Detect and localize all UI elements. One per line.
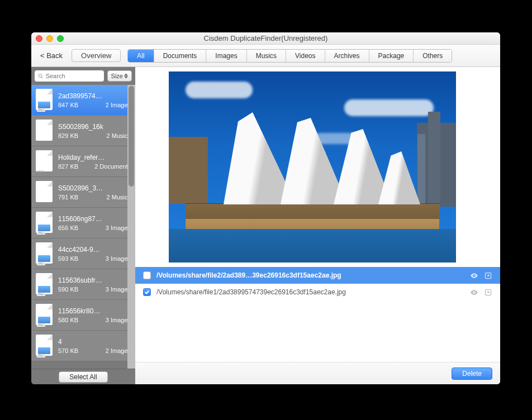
list-item-text: 44cc4204-9…593 KB3 Images xyxy=(58,246,131,262)
search-field-wrap xyxy=(35,70,104,82)
file-count: 2 Documents xyxy=(94,163,131,170)
file-size: 791 KB xyxy=(58,194,78,201)
list-item[interactable]: JPEG115606ng87…656 KB3 Images xyxy=(31,208,135,238)
list-item[interactable]: S5002896_16k829 KB2 Musics xyxy=(31,116,135,146)
select-all-button[interactable]: Select All xyxy=(59,371,107,383)
reveal-in-finder-icon[interactable] xyxy=(484,288,492,297)
duplicates-list: JPEG2ad3899574…847 KB2 ImagesS5002896_16… xyxy=(31,85,135,369)
delete-button[interactable]: Delete xyxy=(452,367,492,380)
file-type-icon: JPEG xyxy=(36,304,54,326)
file-size: 847 KB xyxy=(58,102,78,108)
select-all-bar: Select All xyxy=(31,369,135,384)
list-item-text: 4570 KB2 Images xyxy=(58,338,131,354)
file-size: 570 KB xyxy=(58,347,78,354)
list-item[interactable]: JPEG115656kr80…580 KB3 Images xyxy=(31,300,135,331)
path-list: /Volumes/share/file2/2ad389…39ec26916c3d… xyxy=(135,267,500,300)
eye-icon[interactable] xyxy=(470,288,478,297)
traffic-lights xyxy=(36,35,64,42)
row-actions xyxy=(470,271,492,280)
file-name: S5002896_16k xyxy=(58,123,131,131)
overview-button[interactable]: Overview xyxy=(72,49,121,62)
scrollbar-thumb[interactable] xyxy=(129,86,134,187)
file-size: 829 KB xyxy=(58,132,78,139)
file-name: 115606ng87… xyxy=(58,215,131,223)
tab-musics[interactable]: Musics xyxy=(247,50,286,62)
path-row[interactable]: /Volumes/share/file2/2ad389…39ec26916c3d… xyxy=(135,267,500,284)
file-type-icon: PDF xyxy=(36,150,54,173)
tab-others[interactable]: Others xyxy=(414,50,452,62)
path-text: /Volumes/share/file1/2ad3899574739ec2691… xyxy=(156,288,464,296)
tab-images[interactable]: Images xyxy=(206,50,246,62)
file-type-icon xyxy=(36,120,54,142)
reveal-in-finder-icon[interactable] xyxy=(484,271,492,280)
file-type-icon: JPEG xyxy=(36,212,54,234)
list-item-text: 115656kr80…580 KB3 Images xyxy=(58,307,131,323)
list-item-text: 2ad3899574…847 KB2 Images xyxy=(58,92,131,108)
file-size: 580 KB xyxy=(58,317,78,323)
file-name: 115656kr80… xyxy=(58,307,131,315)
content-area: Size JPEG2ad3899574…847 KB2 ImagesS50028… xyxy=(31,67,500,384)
list-item[interactable]: JPEG2ad3899574…847 KB2 Images xyxy=(31,85,135,116)
list-item[interactable]: JPEG44cc4204-9…593 KB3 Images xyxy=(31,238,135,269)
sort-button[interactable]: Size xyxy=(107,70,132,82)
list-item[interactable]: JPEG4570 KB2 Images xyxy=(31,331,135,361)
file-type-icon: JPEG xyxy=(36,242,54,265)
zoom-window-button[interactable] xyxy=(57,35,64,42)
file-type-icon: JPEG xyxy=(36,89,54,111)
file-name: 115636subfr… xyxy=(58,276,131,284)
file-name: 44cc4204-9… xyxy=(58,246,131,254)
close-window-button[interactable] xyxy=(36,35,42,42)
list-item-text: 115606ng87…656 KB3 Images xyxy=(58,215,131,231)
file-name: S5002896_3… xyxy=(58,184,131,192)
minimize-window-button[interactable] xyxy=(46,35,53,42)
list-item-text: Holiday_refer…827 KB2 Documents xyxy=(58,154,131,170)
sort-stepper xyxy=(124,73,128,79)
file-type-icon: JPEG xyxy=(36,335,54,357)
main-panel: /Volumes/share/file2/2ad389…39ec26916c3d… xyxy=(135,67,500,384)
path-checkbox[interactable] xyxy=(143,271,151,279)
toolbar: < Back Overview AllDocumentsImagesMusics… xyxy=(31,45,500,67)
scrollbar-track[interactable] xyxy=(127,85,135,369)
tab-archives[interactable]: Archives xyxy=(325,50,369,62)
file-type-icon xyxy=(36,181,54,203)
sidebar-controls: Size xyxy=(31,67,135,85)
back-button[interactable]: < Back xyxy=(38,51,65,60)
path-text: /Volumes/share/file2/2ad389…39ec26916c3d… xyxy=(156,271,464,279)
file-size: 593 KB xyxy=(58,255,78,262)
search-input[interactable] xyxy=(46,73,101,79)
tab-videos[interactable]: Videos xyxy=(286,50,325,62)
file-name: 2ad3899574… xyxy=(58,92,131,100)
list-item[interactable]: S5002896_3…791 KB2 Musics xyxy=(31,177,135,208)
category-tabs: AllDocumentsImagesMusicsVideosArchivesPa… xyxy=(127,49,452,63)
tab-documents[interactable]: Documents xyxy=(154,50,207,62)
file-name: 4 xyxy=(58,338,131,346)
file-type-icon: JPEG xyxy=(36,273,54,295)
file-size: 590 KB xyxy=(58,286,78,293)
preview-image xyxy=(169,71,456,262)
title-bar: Cisdem DuplicateFinder(Unregistered) xyxy=(31,32,500,45)
list-item[interactable]: PDFHoliday_refer…827 KB2 Documents xyxy=(31,146,135,177)
search-icon xyxy=(38,73,44,79)
app-window: Cisdem DuplicateFinder(Unregistered) < B… xyxy=(31,32,500,384)
window-title: Cisdem DuplicateFinder(Unregistered) xyxy=(31,34,500,42)
path-checkbox[interactable] xyxy=(143,288,151,296)
sidebar: Size JPEG2ad3899574…847 KB2 ImagesS50028… xyxy=(31,67,135,384)
list-item[interactable]: JPEG115636subfr…590 KB3 Images xyxy=(31,269,135,300)
file-size: 656 KB xyxy=(58,225,78,231)
row-actions xyxy=(470,288,492,297)
file-size: 827 KB xyxy=(58,163,78,170)
bottom-bar: Delete xyxy=(135,362,500,384)
stepper-down-icon xyxy=(124,76,128,79)
tab-package[interactable]: Package xyxy=(369,50,414,62)
list-item-text: S5002896_3…791 KB2 Musics xyxy=(58,184,131,201)
preview-area xyxy=(135,67,500,262)
list-item-text: 115636subfr…590 KB3 Images xyxy=(58,276,131,293)
tab-all[interactable]: All xyxy=(128,50,154,62)
sort-label: Size xyxy=(111,73,123,79)
eye-icon[interactable] xyxy=(470,271,478,280)
file-name: Holiday_refer… xyxy=(58,154,131,161)
path-row[interactable]: /Volumes/share/file1/2ad3899574739ec2691… xyxy=(135,284,500,300)
list-item-text: S5002896_16k829 KB2 Musics xyxy=(58,123,131,139)
